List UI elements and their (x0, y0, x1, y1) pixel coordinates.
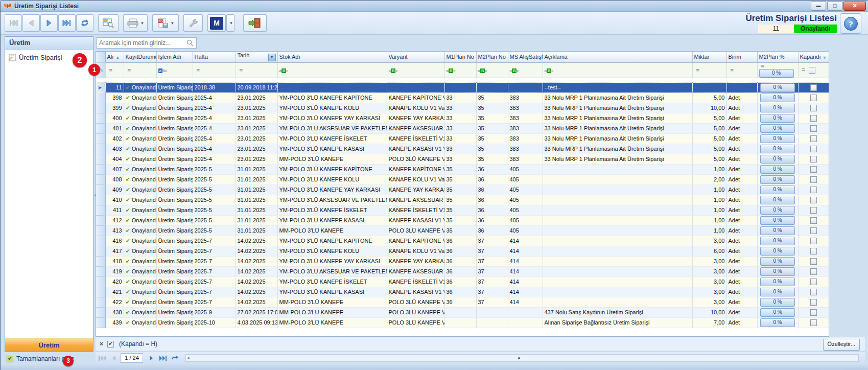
column-header-miktar[interactable]: Miktar (692, 52, 726, 62)
abc-filter-icon[interactable]: aBc (447, 68, 456, 73)
print-button[interactable]: ▼ (123, 14, 148, 32)
equals-filter-icon[interactable]: = (761, 63, 764, 69)
abc-filter-icon[interactable]: aBc (478, 68, 487, 73)
column-header-tarih[interactable]: Tarih▼ (236, 52, 277, 62)
m-module-button[interactable]: M (207, 14, 226, 32)
table-row[interactable]: 400✔OnaylandıÜretim Siparişi2025-423.01.… (96, 113, 829, 123)
table-row[interactable]: 419✔OnaylandıÜretim Siparişi2025-714.02.… (96, 266, 829, 276)
column-header-aciklama[interactable]: Açıklama (543, 52, 692, 62)
column-filter-dropdown[interactable]: ▼ (268, 54, 276, 61)
last-record-button[interactable] (58, 14, 76, 32)
column-header-al[interactable]: Alı▲ (105, 52, 124, 62)
kapandi-checkbox[interactable] (810, 309, 817, 316)
kapandi-checkbox[interactable] (810, 135, 817, 142)
table-row[interactable]: 420✔OnaylandıÜretim Siparişi2025-714.02.… (96, 276, 829, 287)
kapandi-checkbox[interactable] (810, 279, 817, 285)
kapandi-filter-checkbox[interactable] (809, 67, 815, 74)
pager-refresh-button[interactable] (170, 354, 180, 363)
maximize-button[interactable]: ▢ (827, 2, 842, 11)
abc-filter-icon[interactable]: aBc (158, 68, 168, 73)
table-row[interactable]: 410✔OnaylandıÜretim Siparişi2025-531.01.… (96, 195, 829, 205)
kapandi-checkbox[interactable] (810, 115, 817, 122)
table-row[interactable]: 413✔OnaylandıÜretim Siparişi2025-531.01.… (96, 225, 829, 236)
pager-last-button[interactable] (158, 354, 168, 363)
kapandi-checkbox[interactable] (810, 238, 817, 244)
filter-cell-aciklama[interactable]: aBc (543, 62, 692, 78)
table-row[interactable]: 422✔OnaylandıÜretim Siparişi2025-714.02.… (96, 297, 829, 307)
pager-first-button[interactable] (97, 354, 107, 363)
kapandi-checkbox[interactable] (810, 125, 817, 132)
abc-filter-icon[interactable]: aBc (279, 68, 289, 73)
minimize-button[interactable]: ▬ (811, 2, 826, 11)
grid-search-input[interactable] (97, 39, 186, 47)
column-header-yuzde[interactable]: M2Plan % (757, 52, 798, 62)
equals-filter-icon[interactable]: = (731, 67, 734, 73)
customize-button[interactable]: Özelleştir... (823, 339, 860, 351)
kapandi-checkbox[interactable] (810, 84, 817, 91)
table-row[interactable]: 411✔OnaylandıÜretim Siparişi2025-531.01.… (96, 205, 829, 215)
kapandi-checkbox[interactable] (810, 248, 817, 255)
first-record-button[interactable] (5, 14, 22, 32)
abc-filter-icon[interactable]: aBc (389, 68, 398, 73)
previous-record-button[interactable] (22, 14, 40, 32)
abc-filter-icon[interactable]: aBc (510, 68, 519, 73)
settings-button[interactable] (183, 14, 203, 32)
equals-filter-icon[interactable]: = (802, 66, 805, 73)
table-row[interactable]: 416✔OnaylandıÜretim Siparişi2025-714.02.… (96, 236, 829, 246)
next-record-button[interactable] (40, 14, 58, 32)
exit-button[interactable] (243, 14, 267, 32)
table-row[interactable]: 409✔OnaylandıÜretim Siparişi2025-531.01.… (96, 184, 829, 195)
column-header-stok[interactable]: Stok Adı (277, 52, 387, 62)
table-row[interactable]: 402✔OnaylandıÜretim Siparişi2025-423.01.… (96, 133, 829, 144)
table-row[interactable]: 421✔OnaylandıÜretim Siparişi2025-714.02.… (96, 287, 829, 297)
table-row[interactable]: 412✔OnaylandıÜretim Siparişi2025-531.01.… (96, 215, 829, 225)
refresh-button[interactable] (76, 14, 93, 32)
kapandi-checkbox[interactable] (810, 217, 817, 224)
table-row[interactable]: 399✔OnaylandıÜretim Siparişi2025-423.01.… (96, 103, 829, 113)
m-module-dropdown[interactable]: ▼ (226, 14, 234, 32)
table-row[interactable]: 438✔OnaylandıÜretim Siparişi2025-927.02.… (96, 307, 829, 317)
kapandi-checkbox[interactable] (810, 187, 817, 193)
filter-cell-kapandi[interactable]: = (798, 62, 829, 78)
close-button[interactable]: ✕ (843, 2, 866, 11)
filter-cell-durum[interactable]: = (124, 62, 156, 78)
table-row[interactable]: 407✔OnaylandıÜretim Siparişi2025-531.01.… (96, 164, 829, 174)
kapandi-checkbox[interactable] (810, 258, 817, 265)
kapandi-checkbox[interactable] (810, 197, 817, 203)
column-header-varyant[interactable]: Varyant (387, 52, 444, 62)
table-row[interactable]: 417✔OnaylandıÜretim Siparişi2025-714.02.… (96, 246, 829, 256)
filter-enabled-checkbox[interactable] (107, 341, 114, 348)
table-row[interactable]: 439✔OnaylandıÜretim Siparişi2025-104.03.… (96, 317, 829, 328)
horizontal-scrollbar[interactable]: ◂ (185, 354, 859, 362)
print-dropdown-arrow[interactable]: ▼ (140, 21, 145, 26)
filter-cell-m1[interactable]: aBc (444, 62, 476, 78)
kapandi-checkbox[interactable] (810, 146, 817, 152)
filter-cell-varyant[interactable]: aBc (387, 62, 444, 78)
hide-completed-checkbox[interactable] (7, 356, 13, 362)
kapandi-checkbox[interactable] (810, 156, 817, 163)
equals-filter-icon[interactable]: = (128, 67, 131, 73)
filter-cell-ms[interactable]: aBc (508, 62, 543, 78)
equals-filter-icon[interactable]: = (240, 67, 243, 73)
equals-filter-icon[interactable]: = (197, 67, 200, 73)
table-row[interactable]: ➤11✔OnaylandıÜretim Siparişi2018-3820.09… (96, 82, 829, 92)
kapandi-checkbox[interactable] (810, 176, 817, 183)
equals-filter-icon[interactable]: = (696, 67, 699, 73)
table-row[interactable]: 404✔OnaylandıÜretim Siparişi2025-423.01.… (96, 154, 829, 164)
kapandi-checkbox[interactable] (810, 289, 817, 295)
kapandi-checkbox[interactable] (810, 268, 817, 275)
kapandi-checkbox[interactable] (810, 319, 817, 326)
pdf-dropdown-arrow[interactable]: ▼ (171, 21, 175, 26)
filter-cell-birim[interactable]: = (726, 62, 757, 78)
percent-filter-value[interactable]: 0 % (759, 69, 794, 78)
filter-cell-stok[interactable]: aBc (277, 62, 387, 78)
pager-next-button[interactable] (146, 354, 156, 363)
abc-filter-icon[interactable]: aBc (545, 68, 554, 73)
filter-cell-yuzde[interactable]: =0 % (757, 62, 798, 78)
table-row[interactable]: 401✔OnaylandıÜretim Siparişi2025-423.01.… (96, 123, 829, 133)
table-row[interactable]: 403✔OnaylandıÜretim Siparişi2025-423.01.… (96, 144, 829, 154)
column-header-islem[interactable]: İşlem Adı (156, 52, 193, 62)
filter-close-icon[interactable]: × (100, 340, 103, 348)
column-header-durum[interactable]: KayıtDurumu (124, 52, 156, 62)
sidebar-group-button-uretim[interactable]: Üretim (5, 338, 93, 352)
